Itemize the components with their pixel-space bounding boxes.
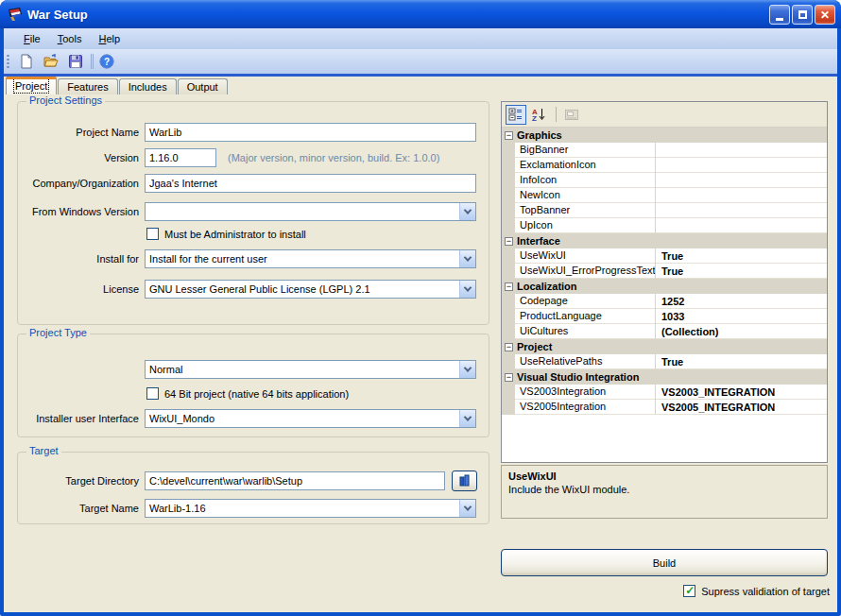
collapse-icon[interactable]: − xyxy=(505,131,513,140)
pg-property-value[interactable]: VS2005_INTEGRATION xyxy=(656,402,827,413)
pg-property-usewixui-errorprogresstext[interactable]: UseWixUI_ErrorProgressTextTrue xyxy=(502,264,827,279)
pg-category-label: Project xyxy=(517,341,552,352)
new-document-icon xyxy=(19,54,34,69)
pg-property-vs2003integration[interactable]: VS2003IntegrationVS2003_INTEGRATION xyxy=(502,385,827,400)
collapse-icon[interactable]: − xyxy=(505,373,513,382)
main-toolbar: ? xyxy=(4,49,837,74)
version-input[interactable] xyxy=(145,148,216,167)
pg-category-project[interactable]: −Project xyxy=(502,339,827,354)
dropdown-button[interactable] xyxy=(459,500,475,517)
installer-ui-combo[interactable]: WixUI_Mondo xyxy=(145,409,476,428)
help-button[interactable]: ? xyxy=(95,51,118,72)
property-pages-button[interactable] xyxy=(561,105,582,125)
property-description-title: UseWixUI xyxy=(508,471,820,482)
title-bar[interactable]: War Setup ✕ xyxy=(0,0,841,28)
pg-property-exclamationicon[interactable]: ExclamationIcon xyxy=(502,158,827,173)
close-button[interactable]: ✕ xyxy=(815,5,835,25)
svg-text:Z: Z xyxy=(532,114,537,122)
bit64-checkbox-row[interactable]: 64 Bit project (native 64 bits applicati… xyxy=(146,387,349,400)
pg-property-value[interactable]: 1033 xyxy=(656,311,827,322)
pg-property-infoicon[interactable]: InfoIcon xyxy=(502,173,827,188)
pg-indent xyxy=(502,158,515,173)
pg-property-topbanner[interactable]: TopBanner xyxy=(502,203,827,218)
pg-category-graphics[interactable]: −Graphics xyxy=(502,128,827,143)
property-pages-icon xyxy=(564,107,579,122)
suppress-validation-row[interactable]: Supress validiation of target xyxy=(683,585,830,597)
menu-item-help[interactable]: Help xyxy=(90,30,129,47)
dropdown-button[interactable] xyxy=(459,281,475,298)
install-for-combo[interactable]: Install for the current user xyxy=(145,249,476,268)
collapse-icon[interactable]: − xyxy=(505,343,513,351)
target-directory-input[interactable] xyxy=(145,471,445,490)
suppress-validation-checkbox[interactable] xyxy=(683,585,695,597)
help-icon: ? xyxy=(99,54,114,69)
pg-property-value[interactable]: VS2003_INTEGRATION xyxy=(656,386,827,398)
tab-features[interactable]: Features xyxy=(58,78,117,94)
az-sort-icon: A Z xyxy=(531,107,546,122)
tab-project[interactable]: Project xyxy=(6,77,57,94)
menu-item-file[interactable]: File xyxy=(15,30,49,47)
pg-category-interface[interactable]: −Interface xyxy=(502,233,827,248)
collapse-icon[interactable]: − xyxy=(505,282,513,291)
pg-property-value[interactable]: True xyxy=(656,250,827,262)
pg-toolbar-separator xyxy=(556,107,557,122)
target-name-combo[interactable]: WarLib-1.16 xyxy=(145,499,476,518)
pg-category-visual-studio-integration[interactable]: −Visual Studio Integration xyxy=(502,369,827,385)
browse-directory-button[interactable] xyxy=(452,471,477,491)
pg-property-vs2005integration[interactable]: VS2005IntegrationVS2005_INTEGRATION xyxy=(502,400,827,415)
build-button-label: Build xyxy=(653,557,676,569)
dropdown-button[interactable] xyxy=(459,203,475,220)
minimize-button[interactable] xyxy=(769,5,790,25)
alphabetical-sort-button[interactable]: A Z xyxy=(528,105,549,125)
categorized-button[interactable] xyxy=(506,105,526,125)
menu-item-tools[interactable]: Tools xyxy=(49,30,91,47)
toolbar-grip[interactable] xyxy=(7,54,9,69)
bit64-checkbox-label: 64 Bit project (native 64 bits applicati… xyxy=(164,388,349,400)
pg-property-newicon[interactable]: NewIcon xyxy=(502,188,827,203)
pg-category-localization[interactable]: −Localization xyxy=(502,279,827,294)
build-button[interactable]: Build xyxy=(501,549,828,576)
maximize-icon xyxy=(798,10,807,19)
from-windows-version-combo[interactable] xyxy=(145,202,476,221)
dropdown-button[interactable] xyxy=(459,250,475,267)
open-project-button[interactable] xyxy=(40,51,62,72)
pg-indent xyxy=(502,354,515,369)
property-grid: A Z −GraphicsBigBannerExcl xyxy=(501,101,828,463)
collapse-icon[interactable]: − xyxy=(505,237,513,246)
pg-property-upicon[interactable]: UpIcon xyxy=(502,218,827,233)
chevron-down-icon xyxy=(464,283,472,291)
pg-indent xyxy=(502,385,515,400)
pg-property-usewixui[interactable]: UseWixUITrue xyxy=(502,248,827,264)
combo-value: GNU Lesser General Public License (LGPL)… xyxy=(146,283,459,295)
chevron-down-icon xyxy=(464,413,472,420)
pg-property-bigbanner[interactable]: BigBanner xyxy=(502,143,827,158)
project-name-input[interactable] xyxy=(145,123,476,142)
maximize-button[interactable] xyxy=(792,5,813,25)
pg-indent xyxy=(502,324,515,339)
pg-property-value[interactable]: True xyxy=(656,265,827,277)
admin-checkbox[interactable] xyxy=(146,228,159,240)
pg-property-name: InfoIcon xyxy=(515,173,656,188)
group-project-settings: Project Settings Project Name Version (M… xyxy=(17,101,489,325)
license-combo[interactable]: GNU Lesser General Public License (LGPL)… xyxy=(145,280,476,299)
pg-property-userelativepaths[interactable]: UseRelativePathsTrue xyxy=(502,354,827,369)
dropdown-button[interactable] xyxy=(459,410,475,427)
pg-property-value[interactable]: 1252 xyxy=(656,296,827,307)
pg-property-uicultures[interactable]: UiCultures(Collection) xyxy=(502,324,827,339)
pg-property-productlanguage[interactable]: ProductLanguage1033 xyxy=(502,309,827,324)
tab-output[interactable]: Output xyxy=(178,78,228,94)
pg-indent xyxy=(502,309,515,324)
new-project-button[interactable] xyxy=(15,51,38,72)
bit64-checkbox[interactable] xyxy=(146,387,159,400)
tab-includes[interactable]: Includes xyxy=(119,78,177,94)
save-project-button[interactable] xyxy=(64,51,87,72)
pg-category-label: Localization xyxy=(517,281,577,292)
pg-property-name: VS2003Integration xyxy=(515,385,656,400)
admin-checkbox-row[interactable]: Must be Administrator to install xyxy=(146,228,306,240)
dropdown-button[interactable] xyxy=(459,361,475,378)
company-input[interactable] xyxy=(145,174,476,193)
pg-property-value[interactable]: (Collection) xyxy=(656,326,827,337)
pg-property-codepage[interactable]: Codepage1252 xyxy=(502,294,827,309)
project-type-combo[interactable]: Normal xyxy=(145,360,476,379)
pg-property-value[interactable]: True xyxy=(656,356,827,368)
